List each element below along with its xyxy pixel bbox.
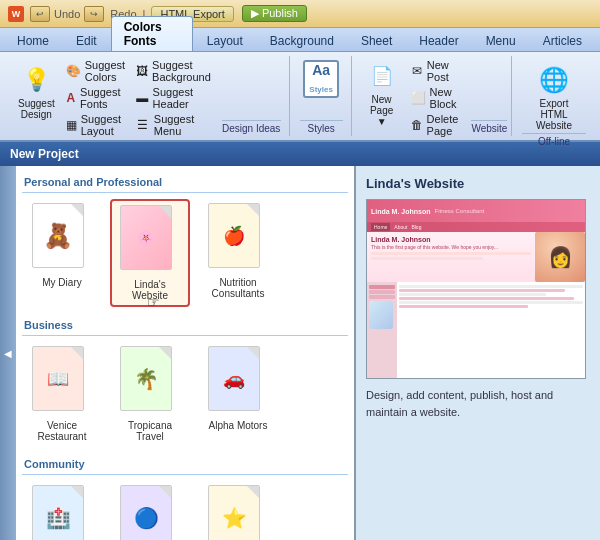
infiniti-doc-icon: ⭐ xyxy=(208,485,260,540)
my-diary-icon-container: 🧸 xyxy=(32,203,92,273)
redo-button[interactable]: ↪ xyxy=(84,6,104,22)
tropicana-doc-icon: 🌴 xyxy=(120,346,172,411)
nutrition-label: Nutrition Consultants xyxy=(202,277,274,299)
aerobic-doc-icon: 🔵 xyxy=(120,485,172,540)
undo-label: Undo xyxy=(54,8,80,20)
ribbon-group-website: 📄 New Page ▼ ✉ New Post ⬜ New Block 🗑 De… xyxy=(354,56,512,136)
new-post-label: New Post xyxy=(427,59,463,83)
template-cyrox-hospital[interactable]: 🏥 Cyrox Hospital xyxy=(22,481,102,540)
new-project-title: New Project xyxy=(10,147,79,161)
preview-nav-bar: Home About Blog xyxy=(367,222,585,232)
tab-edit[interactable]: Edit xyxy=(63,30,110,51)
tab-sheet[interactable]: Sheet xyxy=(348,30,405,51)
suggest-design-icon: 💡 xyxy=(20,64,52,96)
suggest-background-button[interactable]: 🖼 Suggest Background xyxy=(133,58,218,84)
business-template-grid: 📖 VeniceRestaurant 🌴 Tropicana Travel xyxy=(22,342,348,446)
template-aerobic-gym[interactable]: 🔵 Aerobic Gym xyxy=(110,481,190,540)
new-page-icon: 📄 xyxy=(366,60,398,92)
suggest-design-button[interactable]: 💡 Suggest Design xyxy=(14,62,59,122)
preview-hero-text: Linda M. Johnson This is the first page … xyxy=(367,232,535,282)
suggest-background-icon: 🖼 xyxy=(136,63,148,79)
title-bar: W ↩ Undo ↪ Redo | HTML Export ▶ Publish xyxy=(0,0,600,28)
preview-header-subtitle: Fitness Consultant xyxy=(435,208,485,214)
tab-background[interactable]: Background xyxy=(257,30,347,51)
app-icon: W xyxy=(8,6,24,22)
preview-hero-image: 👩 xyxy=(535,232,585,282)
export-html-label: ExportHTML Website xyxy=(526,98,582,131)
suggest-fonts-label: Suggest Fonts xyxy=(80,86,126,110)
styles-label: Styles xyxy=(300,120,343,134)
website-btns: ✉ New Post ⬜ New Block 🗑 Delete Page xyxy=(408,58,466,138)
template-lindas-website[interactable]: 🌸 Linda's Website ☞ xyxy=(110,199,190,307)
sub-header: New Project xyxy=(0,142,600,166)
suggest-layout-button[interactable]: ▦ Suggest Layout xyxy=(63,112,129,138)
website-group-label: Website xyxy=(471,120,507,134)
lindas-website-icon-container: 🌸 xyxy=(120,205,180,275)
new-block-button[interactable]: ⬜ New Block xyxy=(408,85,466,111)
template-venice-restaurant[interactable]: 📖 VeniceRestaurant xyxy=(22,342,102,446)
section-community: Community xyxy=(22,454,348,475)
template-infiniti-nightclub[interactable]: ⭐ Infiniti Nightclub xyxy=(198,481,278,540)
new-page-button[interactable]: 📄 New Page ▼ xyxy=(362,58,402,129)
delete-page-button[interactable]: 🗑 Delete Page xyxy=(408,112,466,138)
cursor-icon: ☞ xyxy=(147,294,160,310)
alpha-motors-label: Alpha Motors xyxy=(209,420,268,431)
suggest-header-icon: ▬ xyxy=(136,90,149,106)
export-label: Off-line xyxy=(522,133,586,147)
template-panel: Personal and Professional 🧸 My Diary xyxy=(16,166,356,540)
my-diary-label: My Diary xyxy=(42,277,81,288)
preview-hero: Linda M. Johnson This is the first page … xyxy=(367,232,585,282)
suggest-colors-button[interactable]: 🎨 Suggest Colors xyxy=(63,58,129,84)
alpha-icon-container: 🚗 xyxy=(208,346,268,416)
tab-colors-fonts[interactable]: Colors Fonts xyxy=(111,16,193,51)
new-post-button[interactable]: ✉ New Post xyxy=(408,58,466,84)
suggest-header-button[interactable]: ▬ Suggest Header xyxy=(133,85,218,111)
suggest-header-label: Suggest Header xyxy=(153,86,215,110)
undo-button[interactable]: ↩ xyxy=(30,6,50,22)
styles-button[interactable]: AaStyles xyxy=(297,58,345,100)
preview-panel: Linda's Website Linda M. Johnson Fitness… xyxy=(356,166,600,540)
ribbon: 💡 Suggest Design 🎨 Suggest Colors A Sugg… xyxy=(0,52,600,142)
template-tropicana-travel[interactable]: 🌴 Tropicana Travel xyxy=(110,342,190,446)
aerobic-icon-container: 🔵 xyxy=(120,485,180,540)
small-btns-col1: 🎨 Suggest Colors A Suggest Fonts ▦ Sugge… xyxy=(63,58,129,138)
tab-home[interactable]: Home xyxy=(4,30,62,51)
delete-page-icon: 🗑 xyxy=(411,117,423,133)
alpha-doc-icon: 🚗 xyxy=(208,346,260,411)
tab-articles[interactable]: Articles xyxy=(530,30,595,51)
tab-header[interactable]: Header xyxy=(406,30,471,51)
suggest-fonts-button[interactable]: A Suggest Fonts xyxy=(63,85,129,111)
my-diary-doc-icon: 🧸 xyxy=(32,203,84,268)
suggest-menu-button[interactable]: ☰ Suggest Menu xyxy=(133,112,218,138)
new-block-icon: ⬜ xyxy=(411,90,426,106)
panel-content: Personal and Professional 🧸 My Diary xyxy=(16,166,354,540)
preview-header-name: Linda M. Johnson xyxy=(371,208,431,215)
delete-page-label: Delete Page xyxy=(427,113,463,137)
tab-layout[interactable]: Layout xyxy=(194,30,256,51)
new-post-icon: ✉ xyxy=(411,63,423,79)
suggest-colors-icon: 🎨 xyxy=(66,63,81,79)
personal-template-grid: 🧸 My Diary 🌸 Linda's Website ☞ xyxy=(22,199,348,307)
tab-menu[interactable]: Menu xyxy=(473,30,529,51)
template-my-diary[interactable]: 🧸 My Diary xyxy=(22,199,102,307)
publish-button[interactable]: ▶ Publish xyxy=(242,5,307,22)
export-html-button[interactable]: 🌐 ExportHTML Website xyxy=(522,62,586,133)
ribbon-tabs: Home Edit Colors Fonts Layout Background… xyxy=(0,28,600,52)
suggest-menu-label: Suggest Menu xyxy=(154,113,215,137)
venice-icon-container: 📖 xyxy=(32,346,92,416)
lindas-website-doc-icon: 🌸 xyxy=(120,205,172,270)
template-alpha-motors[interactable]: 🚗 Alpha Motors xyxy=(198,342,278,446)
infiniti-icon-container: ⭐ xyxy=(208,485,268,540)
suggest-fonts-icon: A xyxy=(66,90,76,106)
suggest-layout-icon: ▦ xyxy=(66,117,77,133)
preview-title: Linda's Website xyxy=(366,176,590,191)
preview-frame: Linda M. Johnson Fitness Consultant Home… xyxy=(366,199,586,379)
suggest-colors-label: Suggest Colors xyxy=(85,59,126,83)
community-template-grid: 🏥 Cyrox Hospital 🔵 Aerobic Gym xyxy=(22,481,348,540)
new-block-label: New Block xyxy=(430,86,463,110)
section-personal: Personal and Professional xyxy=(22,172,348,193)
preview-main-content xyxy=(397,282,585,378)
section-business: Business xyxy=(22,315,348,336)
export-html-icon: 🌐 xyxy=(538,64,570,96)
template-nutrition-consultants[interactable]: 🍎 Nutrition Consultants xyxy=(198,199,278,307)
